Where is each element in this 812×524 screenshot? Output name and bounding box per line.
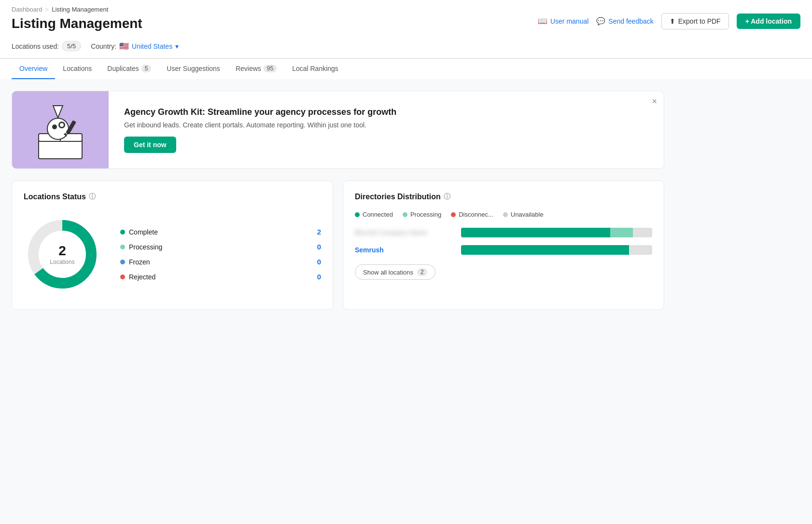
- export-icon: ⬆: [670, 17, 675, 25]
- svg-point-7: [60, 123, 64, 127]
- tab-bar: Overview Locations Duplicates 5 User Sug…: [0, 58, 812, 79]
- promo-cta-button[interactable]: Get it now: [124, 137, 176, 153]
- breadcrumb: Dashboard > Listing Management: [12, 6, 142, 13]
- svg-point-5: [52, 124, 57, 129]
- bar-connected-semrush: [461, 245, 629, 255]
- tab-local-rankings[interactable]: Local Rankings: [284, 59, 346, 79]
- export-pdf-button[interactable]: ⬆ Export to PDF: [661, 13, 729, 29]
- info-icon-dirs[interactable]: ⓘ: [444, 193, 450, 201]
- breadcrumb-home[interactable]: Dashboard: [12, 6, 42, 13]
- rejected-dot: [120, 275, 125, 279]
- promo-illustration-container: [12, 91, 109, 168]
- tab-reviews[interactable]: Reviews 95: [228, 59, 284, 79]
- dir-bar-semrush: [461, 245, 652, 255]
- unavailable-dot: [503, 212, 508, 217]
- dirs-legend-row: Connected Processing Disconnec... Unavai…: [355, 211, 652, 218]
- dirs-legend-unavailable: Unavailable: [503, 211, 544, 218]
- dir-bar-1: [461, 228, 652, 237]
- locations-status-card: Locations Status ⓘ 2 Locations: [12, 180, 333, 310]
- tab-user-suggestions[interactable]: User Suggestions: [159, 59, 228, 79]
- donut-label: Locations: [50, 259, 74, 265]
- status-legend: Complete 2 Processing 0: [120, 228, 321, 281]
- promo-description: Get inbound leads. Create client portals…: [124, 121, 648, 129]
- tab-locations[interactable]: Locations: [55, 59, 99, 79]
- country-selector[interactable]: 🇺🇸 United States ▾: [119, 41, 179, 51]
- info-icon[interactable]: ⓘ: [89, 193, 96, 201]
- dir-row-semrush: Semrush: [355, 245, 652, 255]
- bar-unavailable-1: [633, 228, 652, 237]
- country-label: Country:: [91, 42, 116, 50]
- legend-complete: Complete 2: [120, 228, 321, 236]
- country-name: United States: [132, 42, 172, 50]
- tab-duplicates[interactable]: Duplicates 5: [99, 59, 159, 79]
- dir-name-semrush[interactable]: Semrush: [355, 246, 461, 254]
- donut-total: 2: [50, 243, 74, 259]
- processing-dot-dirs: [403, 212, 407, 217]
- close-banner-button[interactable]: ×: [652, 97, 657, 106]
- frozen-dot: [120, 260, 125, 264]
- processing-dot: [120, 245, 125, 249]
- locations-status-title: Locations Status ⓘ: [24, 193, 321, 201]
- breadcrumb-separator: >: [45, 6, 49, 13]
- dir-row-1: Blurred Company Name: [355, 228, 652, 237]
- feedback-icon: 💬: [596, 17, 605, 26]
- directories-distribution-title: Directories Distribution ⓘ: [355, 193, 652, 201]
- dir-name-blurred: Blurred Company Name: [355, 229, 461, 236]
- promo-banner: Agency Growth Kit: Streamline your agenc…: [12, 91, 664, 169]
- send-feedback-link[interactable]: 💬 Send feedback: [596, 17, 653, 26]
- flag-icon: 🇺🇸: [119, 41, 129, 51]
- donut-center: 2 Locations: [50, 243, 74, 265]
- donut-chart: 2 Locations: [24, 216, 101, 293]
- dirs-legend-connected: Connected: [355, 211, 393, 218]
- chevron-down-icon: ▾: [175, 42, 179, 50]
- bar-unavailable-semrush: [629, 245, 652, 255]
- connected-dot: [355, 212, 360, 217]
- bar-processing-1: [610, 228, 633, 237]
- duplicates-badge: 5: [141, 65, 152, 72]
- reviews-badge: 95: [264, 65, 277, 72]
- show-all-badge: 2: [417, 268, 427, 276]
- bar-connected-1: [461, 228, 610, 237]
- breadcrumb-current: Listing Management: [52, 6, 108, 13]
- svg-rect-1: [39, 139, 82, 159]
- disconnected-dot: [451, 212, 456, 217]
- dirs-legend-processing: Processing: [403, 211, 441, 218]
- show-all-locations-button[interactable]: Show all locations 2: [355, 264, 435, 280]
- directories-distribution-card: Directories Distribution ⓘ Connected Pro…: [343, 180, 664, 310]
- user-manual-link[interactable]: 📖 User manual: [538, 16, 588, 26]
- tab-overview[interactable]: Overview: [12, 59, 55, 79]
- legend-frozen: Frozen 0: [120, 258, 321, 266]
- dirs-legend-disconnected: Disconnec...: [451, 211, 493, 218]
- legend-rejected: Rejected 0: [120, 273, 321, 281]
- svg-point-4: [47, 118, 69, 139]
- page-title: Listing Management: [12, 16, 142, 31]
- legend-processing: Processing 0: [120, 243, 321, 251]
- complete-dot: [120, 230, 125, 234]
- add-location-button[interactable]: + Add location: [737, 14, 800, 29]
- locations-badge: 5/5: [62, 41, 81, 51]
- book-icon: 📖: [538, 16, 547, 26]
- promo-text-area: Agency Growth Kit: Streamline your agenc…: [109, 96, 664, 165]
- locations-used-label: Locations used:: [12, 42, 59, 50]
- promo-title: Agency Growth Kit: Streamline your agenc…: [124, 107, 648, 117]
